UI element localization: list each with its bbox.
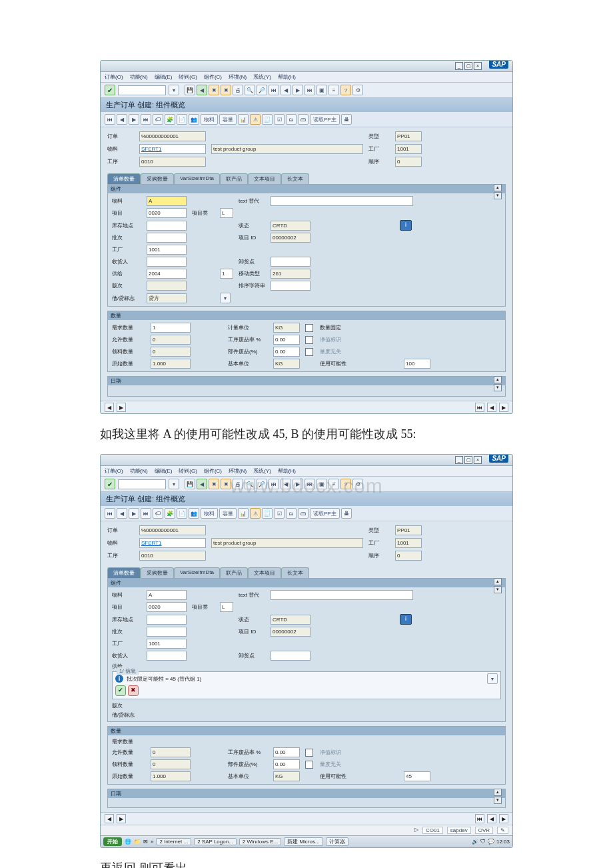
dropdown-icon-2[interactable]: ▾: [169, 479, 179, 489]
pager2-next2-icon[interactable]: ▶: [499, 814, 508, 823]
window-close-icon-2[interactable]: ×: [474, 456, 482, 464]
material-field[interactable]: SFERT1: [139, 144, 206, 154]
app2-material-btn[interactable]: 物料: [201, 508, 218, 519]
app-btn-10[interactable]: 🗃: [298, 114, 308, 125]
app2-btn-9[interactable]: 🗂: [286, 508, 297, 519]
find-icon-2[interactable]: 🔍: [245, 479, 255, 489]
menu-comp[interactable]: 组件(C): [204, 73, 222, 81]
window-max-icon-2[interactable]: ▢: [464, 456, 472, 464]
operation-field[interactable]: 0010: [139, 157, 206, 167]
app2-btn-1[interactable]: 🏷: [153, 508, 163, 519]
command-field[interactable]: [118, 85, 166, 95]
folder-icon[interactable]: 📁: [134, 839, 141, 845]
menu2-0[interactable]: 订单(O): [105, 467, 123, 475]
task-item-1[interactable]: 2 SAP Logon...: [194, 838, 237, 845]
window-min-icon-2[interactable]: _: [455, 456, 463, 464]
menu2-5[interactable]: 环境(N): [229, 467, 247, 475]
cancel-icon-2[interactable]: ✖: [221, 479, 231, 489]
comp2-itemcat-field[interactable]: L: [220, 602, 233, 612]
nav-prev-icon-2[interactable]: ◀: [117, 508, 127, 519]
save-icon[interactable]: 💾: [185, 85, 195, 95]
compscrap-field-2[interactable]: 0.00: [273, 759, 300, 769]
comp2-alt-field[interactable]: [271, 590, 413, 600]
menu-order[interactable]: 订单(O): [105, 73, 123, 81]
nextpage-icon-2[interactable]: ▶: [293, 479, 303, 489]
app-btn-6[interactable]: ⚠: [250, 114, 261, 125]
status-detail-button[interactable]: i: [400, 220, 412, 231]
menu2-3[interactable]: 转到(G): [179, 467, 197, 475]
tab-coproduct[interactable]: 联产品: [220, 173, 248, 184]
mail-icon[interactable]: ✉: [143, 839, 148, 845]
netind-checkbox[interactable]: [305, 336, 313, 344]
status-edit-icon[interactable]: ✎: [497, 827, 508, 834]
app2-btn-6[interactable]: ⚠: [250, 508, 261, 519]
alt-field[interactable]: [271, 196, 413, 206]
nav-first-icon-2[interactable]: ⏮: [105, 508, 115, 519]
task-item-4[interactable]: 计算器: [326, 837, 348, 846]
back-icon[interactable]: ◀: [197, 85, 207, 95]
window-min-icon[interactable]: _: [455, 62, 463, 70]
app2-btn-4[interactable]: 👥: [189, 508, 199, 519]
pager-next-icon[interactable]: ▶: [117, 403, 126, 412]
nav-next-icon[interactable]: ▶: [129, 114, 139, 125]
settings-icon[interactable]: ⚙: [352, 85, 363, 95]
order-field[interactable]: %00000000001: [139, 131, 206, 141]
comp2-item-field[interactable]: 0020: [147, 602, 187, 612]
tab2-3[interactable]: 联产品: [220, 567, 248, 578]
app2-btn-3[interactable]: 📄: [177, 508, 187, 519]
quick-launch-icon[interactable]: 🌐: [125, 839, 131, 845]
settings-icon-2[interactable]: ⚙: [352, 479, 363, 489]
menu-edit[interactable]: 编辑(E): [155, 73, 173, 81]
nav-next-icon-2[interactable]: ▶: [129, 508, 139, 519]
app2-btn-5[interactable]: 📊: [238, 508, 249, 519]
msg-close-icon[interactable]: ▾: [487, 673, 498, 684]
item-field[interactable]: 0020: [147, 208, 187, 218]
dropdown-icon[interactable]: ▾: [169, 85, 179, 95]
lastpage-icon-2[interactable]: ⏭: [305, 479, 315, 489]
nav-prev-icon[interactable]: ◀: [117, 114, 127, 125]
comp2-recipient-field[interactable]: [147, 651, 187, 661]
spin-down-3-icon[interactable]: ▾: [494, 586, 502, 593]
pager2-next-icon[interactable]: ▶: [117, 814, 126, 823]
layout-icon[interactable]: ≡: [328, 85, 339, 95]
menu-func[interactable]: 功能(N): [130, 73, 148, 81]
itemcat-field[interactable]: L: [220, 208, 233, 218]
findnext-icon-2[interactable]: 🔎: [257, 479, 267, 489]
menu2-1[interactable]: 功能(N): [130, 467, 148, 475]
usage-field-2[interactable]: 45: [404, 771, 430, 781]
menu-bar-2[interactable]: 订单(O) 功能(N) 编辑(E) 转到(G) 组件(C) 环境(N) 系统(Y…: [101, 466, 512, 477]
comp2-material-field[interactable]: A: [147, 590, 187, 600]
spin-up-4-icon[interactable]: ▴: [494, 789, 502, 796]
pager2-first-icon[interactable]: ⏮: [475, 814, 484, 823]
app2-btn-2[interactable]: 🧩: [165, 508, 175, 519]
comp-plant-field[interactable]: 1001: [147, 245, 187, 255]
ind-dropdown-icon[interactable]: ▾: [220, 293, 231, 303]
tab2-0[interactable]: 清单数量: [107, 567, 141, 578]
menu-system[interactable]: 系统(Y): [253, 73, 271, 81]
menu2-2[interactable]: 编辑(E): [155, 467, 173, 475]
app2-capacity-btn[interactable]: 容量: [219, 508, 237, 519]
material-field-2[interactable]: SFERT1: [139, 538, 206, 548]
spin-down-icon[interactable]: ▾: [494, 192, 502, 199]
msg-cancel-button[interactable]: ✖: [128, 685, 139, 696]
tab2-5[interactable]: 长文本: [281, 567, 309, 578]
netind-checkbox-2[interactable]: [305, 749, 313, 757]
app-btn-1[interactable]: 🏷: [153, 114, 163, 125]
last-page-icon[interactable]: ⏭: [305, 85, 315, 95]
comp2-unload-field[interactable]: [271, 651, 310, 661]
usage-field[interactable]: 100: [404, 359, 430, 369]
command-field-2[interactable]: [118, 479, 166, 489]
cancel-icon[interactable]: ✖: [221, 85, 231, 95]
back-icon-2[interactable]: ◀: [197, 479, 207, 489]
app-btn-readpp[interactable]: 读取PP主: [310, 114, 340, 125]
dim-checkbox-2[interactable]: [305, 761, 313, 769]
tab-longtext[interactable]: 长文本: [281, 173, 309, 184]
tab-listqty[interactable]: 清单数量: [107, 173, 141, 184]
task-item-3[interactable]: 新建 Micros...: [284, 837, 322, 846]
pager-prev2-icon[interactable]: ◀: [487, 403, 496, 412]
app-btn-11[interactable]: 🖶: [341, 114, 352, 125]
spin-up-3-icon[interactable]: ▴: [494, 578, 502, 585]
pager2-prev2-icon[interactable]: ◀: [487, 814, 496, 823]
tab-varsize[interactable]: VarSizeItmDta: [174, 173, 220, 184]
spin-down-2-icon[interactable]: ▾: [494, 384, 502, 391]
